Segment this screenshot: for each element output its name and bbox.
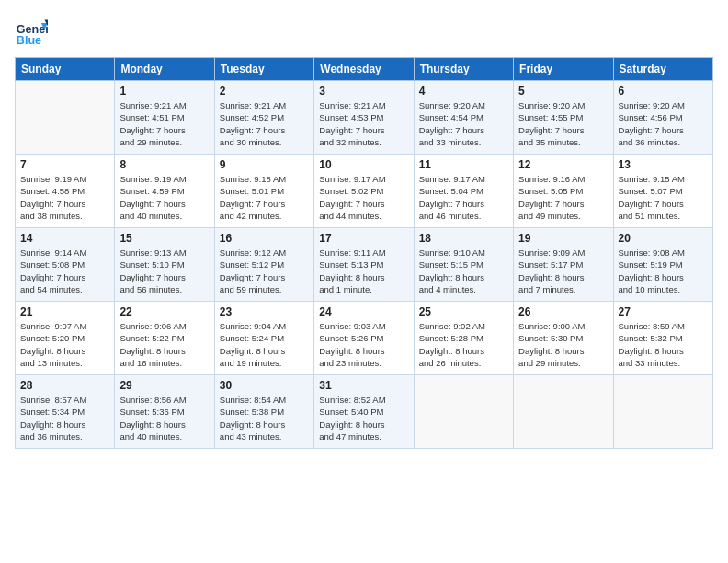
day-cell: 27Sunrise: 8:59 AM Sunset: 5:32 PM Dayli…: [613, 302, 712, 375]
day-cell: 20Sunrise: 9:08 AM Sunset: 5:19 PM Dayli…: [613, 228, 712, 302]
day-header-saturday: Saturday: [613, 58, 712, 81]
day-header-monday: Monday: [115, 58, 214, 81]
day-cell: [613, 375, 712, 449]
day-number: 5: [518, 85, 608, 98]
day-info: Sunrise: 9:21 AM Sunset: 4:52 PM Dayligh…: [220, 99, 309, 148]
day-cell: 28Sunrise: 8:57 AM Sunset: 5:34 PM Dayli…: [16, 375, 115, 449]
day-cell: 5Sunrise: 9:20 AM Sunset: 4:55 PM Daylig…: [514, 81, 613, 155]
day-info: Sunrise: 9:20 AM Sunset: 4:55 PM Dayligh…: [518, 99, 608, 148]
day-info: Sunrise: 8:52 AM Sunset: 5:40 PM Dayligh…: [319, 394, 408, 442]
day-cell: 8Sunrise: 9:19 AM Sunset: 4:59 PM Daylig…: [115, 155, 214, 228]
header-row: SundayMondayTuesdayWednesdayThursdayFrid…: [16, 58, 713, 81]
day-cell: 15Sunrise: 9:13 AM Sunset: 5:10 PM Dayli…: [115, 228, 214, 302]
day-cell: 31Sunrise: 8:52 AM Sunset: 5:40 PM Dayli…: [314, 375, 414, 449]
day-info: Sunrise: 9:02 AM Sunset: 5:28 PM Dayligh…: [419, 320, 508, 369]
day-cell: 3Sunrise: 9:21 AM Sunset: 4:53 PM Daylig…: [314, 81, 414, 155]
day-number: 11: [419, 158, 508, 171]
week-row-1: 1Sunrise: 9:21 AM Sunset: 4:51 PM Daylig…: [16, 81, 713, 155]
header: General Blue: [15, 15, 713, 48]
day-cell: 4Sunrise: 9:20 AM Sunset: 4:54 PM Daylig…: [414, 81, 513, 155]
day-number: 29: [119, 379, 209, 392]
calendar-table: SundayMondayTuesdayWednesdayThursdayFrid…: [15, 57, 713, 449]
day-info: Sunrise: 9:20 AM Sunset: 4:54 PM Dayligh…: [419, 99, 508, 148]
day-number: 13: [619, 158, 708, 171]
day-cell: 25Sunrise: 9:02 AM Sunset: 5:28 PM Dayli…: [414, 302, 513, 375]
day-info: Sunrise: 8:56 AM Sunset: 5:36 PM Dayligh…: [119, 394, 209, 442]
day-cell: 1Sunrise: 9:21 AM Sunset: 4:51 PM Daylig…: [115, 81, 214, 155]
day-number: 31: [319, 379, 408, 392]
day-cell: 24Sunrise: 9:03 AM Sunset: 5:26 PM Dayli…: [314, 302, 414, 375]
day-cell: 7Sunrise: 9:19 AM Sunset: 4:58 PM Daylig…: [16, 155, 115, 228]
day-header-sunday: Sunday: [16, 58, 115, 81]
day-number: 27: [619, 305, 708, 318]
day-cell: 13Sunrise: 9:15 AM Sunset: 5:07 PM Dayli…: [613, 155, 712, 228]
day-cell: 6Sunrise: 9:20 AM Sunset: 4:56 PM Daylig…: [613, 81, 712, 155]
day-number: 28: [20, 379, 109, 392]
day-info: Sunrise: 9:16 AM Sunset: 5:05 PM Dayligh…: [518, 173, 608, 222]
week-row-5: 28Sunrise: 8:57 AM Sunset: 5:34 PM Dayli…: [16, 375, 713, 449]
day-number: 14: [20, 232, 109, 245]
day-number: 7: [20, 158, 109, 171]
day-cell: 19Sunrise: 9:09 AM Sunset: 5:17 PM Dayli…: [514, 228, 613, 302]
day-info: Sunrise: 9:17 AM Sunset: 5:04 PM Dayligh…: [419, 173, 508, 222]
day-info: Sunrise: 8:54 AM Sunset: 5:38 PM Dayligh…: [220, 394, 309, 442]
day-info: Sunrise: 9:21 AM Sunset: 4:51 PM Dayligh…: [119, 99, 209, 148]
day-number: 26: [518, 305, 608, 318]
calendar-container: General Blue SundayMondayTuesdayWednesda…: [0, 0, 728, 456]
day-cell: 18Sunrise: 9:10 AM Sunset: 5:15 PM Dayli…: [414, 228, 513, 302]
day-info: Sunrise: 9:19 AM Sunset: 4:59 PM Dayligh…: [119, 173, 209, 222]
day-number: 24: [319, 305, 408, 318]
day-number: 3: [319, 85, 408, 98]
day-number: 10: [319, 158, 408, 171]
day-info: Sunrise: 9:12 AM Sunset: 5:12 PM Dayligh…: [220, 247, 309, 295]
day-info: Sunrise: 9:21 AM Sunset: 4:53 PM Dayligh…: [319, 99, 408, 148]
day-header-tuesday: Tuesday: [214, 58, 313, 81]
day-header-friday: Friday: [514, 58, 613, 81]
day-cell: 26Sunrise: 9:00 AM Sunset: 5:30 PM Dayli…: [514, 302, 613, 375]
day-info: Sunrise: 9:11 AM Sunset: 5:13 PM Dayligh…: [319, 247, 408, 295]
day-info: Sunrise: 9:04 AM Sunset: 5:24 PM Dayligh…: [220, 320, 309, 369]
day-number: 22: [119, 305, 209, 318]
day-number: 25: [419, 305, 508, 318]
week-row-2: 7Sunrise: 9:19 AM Sunset: 4:58 PM Daylig…: [16, 155, 713, 228]
day-info: Sunrise: 9:14 AM Sunset: 5:08 PM Dayligh…: [20, 247, 109, 295]
day-number: 1: [119, 85, 209, 98]
day-info: Sunrise: 9:19 AM Sunset: 4:58 PM Dayligh…: [20, 173, 109, 222]
day-cell: 21Sunrise: 9:07 AM Sunset: 5:20 PM Dayli…: [16, 302, 115, 375]
day-cell: 14Sunrise: 9:14 AM Sunset: 5:08 PM Dayli…: [16, 228, 115, 302]
day-cell: 30Sunrise: 8:54 AM Sunset: 5:38 PM Dayli…: [214, 375, 313, 449]
day-number: 16: [220, 232, 309, 245]
day-info: Sunrise: 9:18 AM Sunset: 5:01 PM Dayligh…: [220, 173, 309, 222]
day-cell: [414, 375, 513, 449]
day-info: Sunrise: 9:09 AM Sunset: 5:17 PM Dayligh…: [518, 247, 608, 295]
day-info: Sunrise: 9:10 AM Sunset: 5:15 PM Dayligh…: [419, 247, 508, 295]
day-info: Sunrise: 9:15 AM Sunset: 5:07 PM Dayligh…: [619, 173, 708, 222]
day-header-thursday: Thursday: [414, 58, 513, 81]
svg-text:Blue: Blue: [17, 34, 41, 47]
day-info: Sunrise: 9:08 AM Sunset: 5:19 PM Dayligh…: [619, 247, 708, 295]
day-header-wednesday: Wednesday: [314, 58, 414, 81]
day-cell: 9Sunrise: 9:18 AM Sunset: 5:01 PM Daylig…: [214, 155, 313, 228]
day-cell: 22Sunrise: 9:06 AM Sunset: 5:22 PM Dayli…: [115, 302, 214, 375]
day-number: 12: [518, 158, 608, 171]
day-cell: 10Sunrise: 9:17 AM Sunset: 5:02 PM Dayli…: [314, 155, 414, 228]
day-number: 9: [220, 158, 309, 171]
day-cell: 2Sunrise: 9:21 AM Sunset: 4:52 PM Daylig…: [214, 81, 313, 155]
day-cell: [514, 375, 613, 449]
day-number: 20: [619, 232, 708, 245]
day-info: Sunrise: 9:03 AM Sunset: 5:26 PM Dayligh…: [319, 320, 408, 369]
day-info: Sunrise: 9:00 AM Sunset: 5:30 PM Dayligh…: [518, 320, 608, 369]
day-number: 23: [220, 305, 309, 318]
day-number: 21: [20, 305, 109, 318]
day-number: 19: [518, 232, 608, 245]
day-cell: 16Sunrise: 9:12 AM Sunset: 5:12 PM Dayli…: [214, 228, 313, 302]
day-cell: [16, 81, 115, 155]
day-number: 2: [220, 85, 309, 98]
week-row-4: 21Sunrise: 9:07 AM Sunset: 5:20 PM Dayli…: [16, 302, 713, 375]
day-cell: 23Sunrise: 9:04 AM Sunset: 5:24 PM Dayli…: [214, 302, 313, 375]
day-info: Sunrise: 9:06 AM Sunset: 5:22 PM Dayligh…: [119, 320, 209, 369]
day-number: 18: [419, 232, 508, 245]
day-info: Sunrise: 8:59 AM Sunset: 5:32 PM Dayligh…: [619, 320, 708, 369]
day-number: 17: [319, 232, 408, 245]
logo-icon: General Blue: [15, 15, 48, 48]
